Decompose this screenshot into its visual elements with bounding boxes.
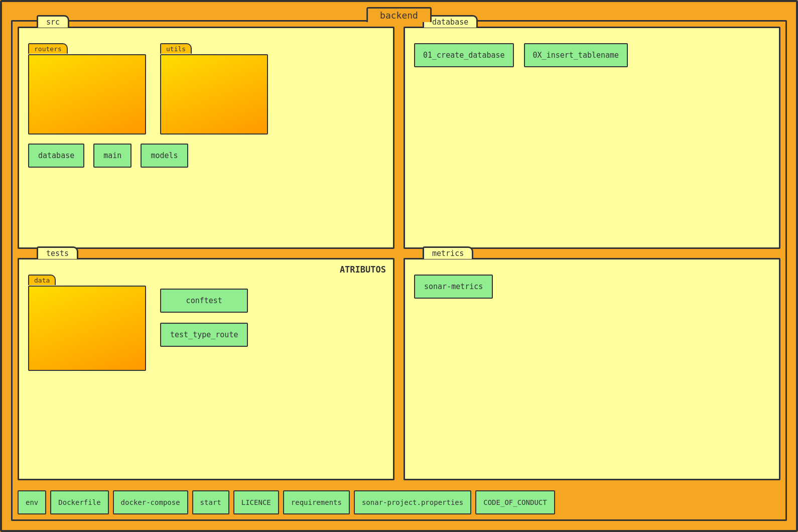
metrics-panel: metrics sonar-metrics [404, 258, 780, 480]
utils-folder-body [160, 54, 268, 135]
bottom-file-licence[interactable]: LICENCE [233, 490, 279, 514]
src-panel: src routers utils [18, 27, 394, 249]
routers-folder: routers [28, 54, 146, 135]
utils-folder: utils [160, 54, 268, 135]
src-file-database[interactable]: database [28, 144, 84, 168]
bottom-file-start[interactable]: start [192, 490, 229, 514]
src-file-models[interactable]: models [141, 144, 188, 168]
routers-folder-tab: routers [28, 43, 68, 54]
db-file-insert[interactable]: 0X_insert_tablename [524, 43, 628, 67]
data-folder-body [28, 286, 146, 371]
metrics-tab: metrics [423, 246, 473, 259]
src-file-main[interactable]: main [93, 144, 131, 168]
bottom-file-dockerfile[interactable]: Dockerfile [50, 490, 108, 514]
tests-file-test-type-route[interactable]: test_type_route [160, 323, 248, 347]
tests-file-conftest[interactable]: conftest [160, 289, 248, 313]
atributos-label: ATRIBUTOS [340, 264, 386, 275]
bottom-file-sonar-project[interactable]: sonar-project.properties [354, 490, 471, 514]
tests-tab: tests [37, 246, 78, 259]
routers-folder-body [28, 54, 146, 135]
bottom-file-code-of-conduct[interactable]: CODE_OF_CONDUCT [475, 490, 555, 514]
data-folder-tab: data [28, 275, 56, 285]
backend-tab: backend [366, 7, 432, 22]
src-tab: src [37, 15, 69, 28]
bottom-files-row: env Dockerfile docker-compose start LICE… [18, 490, 780, 514]
database-panel: database 01_create_database 0X_insert_ta… [404, 27, 780, 249]
data-folder: data [28, 286, 146, 371]
bottom-file-docker-compose[interactable]: docker-compose [113, 490, 188, 514]
metrics-file-sonar[interactable]: sonar-metrics [414, 275, 493, 299]
tests-panel: tests ATRIBUTOS data [18, 258, 394, 480]
db-file-create[interactable]: 01_create_database [414, 43, 514, 67]
bottom-file-env[interactable]: env [18, 490, 46, 514]
bottom-file-requirements[interactable]: requirements [283, 490, 350, 514]
utils-folder-tab: utils [160, 43, 192, 54]
